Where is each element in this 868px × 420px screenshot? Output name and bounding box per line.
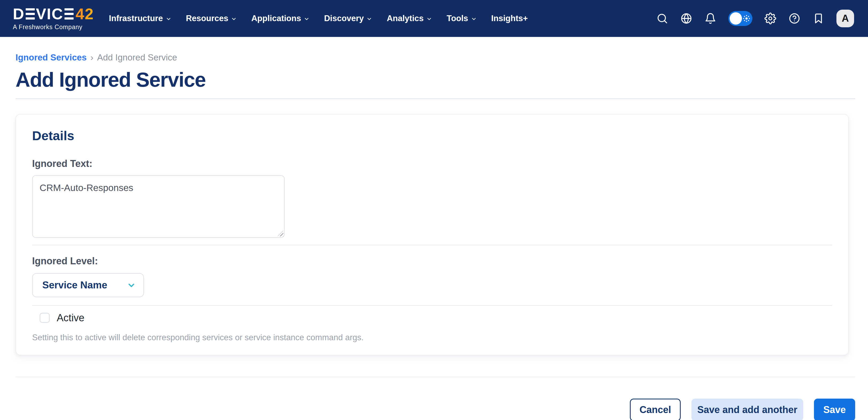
brand-accent-42: 42 [76, 6, 94, 22]
ignored-level-value: Service Name [42, 280, 107, 291]
toggle-knob [730, 12, 742, 25]
section-title-details: Details [32, 128, 832, 143]
ignored-text-field-wrap: CRM-Auto-Responses [32, 175, 285, 238]
brand-logo[interactable]: DVIC42 A Freshworks Company [13, 6, 94, 31]
ignored-text-label: Ignored Text: [32, 158, 832, 169]
chevron-down-icon [426, 16, 432, 22]
bookmark-icon[interactable] [812, 12, 825, 25]
form-actions: Cancel Save and add another Save [16, 398, 855, 420]
active-checkbox[interactable] [40, 313, 50, 323]
cancel-button[interactable]: Cancel [630, 398, 681, 420]
help-circle-icon[interactable] [788, 12, 801, 25]
breadcrumb-link-ignored-services[interactable]: Ignored Services [16, 53, 87, 63]
footer-divider [16, 377, 855, 377]
search-icon[interactable] [656, 12, 669, 25]
details-card: Details Ignored Text: CRM-Auto-Responses… [16, 114, 849, 355]
chevron-down-icon [471, 16, 477, 22]
nav-item-tools[interactable]: Tools [446, 14, 476, 23]
theme-toggle[interactable] [728, 11, 752, 26]
chevron-down-icon [366, 16, 372, 22]
nav-item-insights-plus[interactable]: Insights+ [491, 14, 528, 23]
save-button[interactable]: Save [814, 398, 855, 420]
nav-item-analytics[interactable]: Analytics [386, 14, 432, 23]
page-content: Ignored Services › Add Ignored Service A… [0, 53, 868, 420]
brand-letter: D [13, 6, 25, 22]
title-divider [16, 98, 855, 99]
brand-e-glyph [26, 8, 35, 20]
active-checkbox-label[interactable]: Active [57, 312, 84, 324]
ignored-level-select[interactable]: Service Name [32, 273, 144, 297]
user-avatar[interactable]: A [836, 10, 854, 27]
top-navbar: DVIC42 A Freshworks Company Infrastructu… [0, 0, 868, 37]
breadcrumb: Ignored Services › Add Ignored Service [16, 53, 855, 63]
page-title: Add Ignored Service [16, 68, 855, 91]
settings-gear-icon[interactable] [764, 12, 776, 25]
ignored-text-input[interactable]: CRM-Auto-Responses [32, 175, 285, 238]
notifications-bell-icon[interactable] [704, 12, 717, 25]
nav-item-applications[interactable]: Applications [251, 14, 310, 23]
brand-tagline: A Freshworks Company [13, 24, 94, 31]
navbar-utilities: A [656, 10, 854, 27]
chevron-down-icon [304, 16, 310, 22]
nav-item-infrastructure[interactable]: Infrastructure [109, 14, 172, 23]
field-divider [32, 305, 832, 306]
field-divider [32, 245, 832, 245]
brand-wordmark: DVIC42 [13, 6, 94, 22]
sun-icon [743, 14, 750, 23]
ignored-level-label: Ignored Level: [32, 256, 832, 267]
save-and-add-another-button[interactable]: Save and add another [691, 398, 803, 420]
chevron-down-icon [166, 16, 172, 22]
avatar-initial: A [842, 13, 849, 24]
breadcrumb-separator: › [90, 53, 93, 63]
chevron-down-icon [231, 16, 237, 22]
brand-e-glyph [64, 8, 73, 20]
active-checkbox-row: Active [32, 312, 832, 324]
globe-language-icon[interactable] [680, 12, 692, 25]
breadcrumb-current: Add Ignored Service [97, 53, 177, 63]
brand-letters: VIC [36, 6, 63, 22]
active-help-text: Setting this to active will delete corre… [32, 333, 832, 343]
nav-item-discovery[interactable]: Discovery [324, 14, 372, 23]
nav-item-resources[interactable]: Resources [186, 14, 237, 23]
chevron-down-icon [127, 281, 136, 290]
main-nav-menu: Infrastructure Resources Applications Di… [109, 14, 528, 23]
